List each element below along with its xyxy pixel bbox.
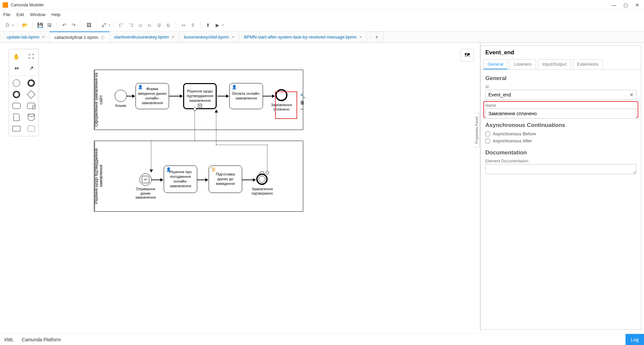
name-input[interactable]	[485, 109, 636, 119]
status-platform[interactable]: Camunda Platform	[22, 337, 61, 342]
sequence-flow[interactable]	[169, 96, 182, 96]
sequence-flow[interactable]	[217, 96, 229, 96]
close-button[interactable]: ✕	[635, 2, 639, 8]
start-event-1[interactable]	[115, 90, 127, 102]
user-icon: 👤	[138, 85, 143, 89]
image-button[interactable]: 🖼	[85, 21, 93, 29]
sequence-flow[interactable]	[127, 96, 135, 96]
maximize-button[interactable]: ▢	[624, 2, 628, 8]
wrench-icon[interactable]: 🔧	[300, 93, 306, 98]
pool-2-label: Рішення щодо підтвердження замовлення	[95, 141, 103, 211]
tab-3[interactable]: bussineskeychild.bpmn×	[179, 32, 239, 42]
deploy-button[interactable]: ⬆	[204, 21, 212, 29]
subprocess-marker-icon: +	[198, 104, 202, 108]
connect-icon[interactable]: ⤳	[300, 107, 306, 112]
checkbox[interactable]	[485, 132, 490, 136]
id-input[interactable]	[485, 90, 636, 100]
props-tab-listeners[interactable]: Listeners	[509, 59, 536, 69]
status-bar: XML Camunda Platform Log	[0, 334, 644, 345]
tab-close-icon[interactable]: ×	[42, 34, 45, 40]
sequence-flow[interactable]	[197, 180, 208, 180]
menu-edit[interactable]: Edit	[16, 12, 24, 17]
app-icon	[3, 2, 8, 8]
task-label: Підготовка даних до виведення	[211, 172, 240, 186]
align-right-button[interactable]: ⫏	[136, 21, 144, 29]
pool-1[interactable]: Оформлення замовлення на сайті Кошик 👤 Ф…	[94, 70, 303, 130]
new-tab-button[interactable]: +	[370, 32, 383, 42]
tab-label: starteventbussineskey.bpmn	[114, 34, 169, 40]
props-section-async: Asynchronous Continuations	[485, 122, 636, 129]
unsaved-icon	[101, 36, 104, 39]
message-flow[interactable]	[195, 109, 195, 141]
tab-2[interactable]: starteventbussineskey.bpmn×	[109, 32, 179, 42]
tab-close-icon[interactable]: ×	[172, 34, 174, 40]
message-flow[interactable]	[267, 145, 267, 173]
run-button[interactable]: ▶▾	[213, 21, 224, 29]
end-event-2[interactable]	[256, 174, 268, 185]
dist-h-button[interactable]: ⇿	[179, 21, 187, 29]
async-before-checkbox[interactable]: Asynchronous Before	[485, 131, 636, 136]
menu-file[interactable]: File	[3, 12, 10, 17]
sequence-flow[interactable]	[263, 96, 275, 96]
message-flow	[151, 141, 195, 141]
doc-textarea[interactable]	[485, 164, 636, 174]
undo-button[interactable]: ↶	[60, 21, 68, 29]
align-left-button[interactable]: ⫍	[117, 21, 125, 29]
new-file-button[interactable]: 🗋▾	[3, 21, 14, 29]
start-event-2[interactable]: ✉	[140, 174, 152, 186]
align-bottom-button[interactable]: ⫒	[164, 21, 172, 29]
status-xml[interactable]: XML	[4, 337, 14, 342]
user-task-1[interactable]: 👤 Форма введення даних онлайн-замовлення	[136, 83, 169, 109]
selection-highlight	[275, 91, 297, 119]
user-task-2[interactable]: 👤 Оплата онлайн-замовлення	[229, 83, 263, 109]
menu-bar: File Edit Window Help	[0, 10, 644, 19]
pool-2[interactable]: Рішення щодо підтвердження замовлення ✉ …	[94, 141, 303, 212]
align-top-button[interactable]: ⫐	[146, 21, 154, 29]
tab-close-icon[interactable]: ×	[359, 34, 362, 40]
props-tab-general[interactable]: General	[483, 59, 507, 69]
dist-v-button[interactable]: ⇳	[189, 21, 197, 29]
task-label: Рішення щодо підтвердження замовлення	[186, 89, 214, 103]
log-button[interactable]: Log	[626, 334, 644, 345]
redo-button[interactable]: ↷	[70, 21, 78, 29]
tab-1[interactable]: callactivityfinal-1.bpmn	[50, 31, 109, 43]
id-label: Id	[485, 84, 636, 89]
window-title: Camunda Modeler	[11, 3, 611, 7]
file-tabs: update-lab.bpmn× callactivityfinal-1.bpm…	[0, 31, 644, 43]
align-center-button[interactable]: ⫎	[127, 21, 135, 29]
menu-window[interactable]: Window	[30, 12, 45, 17]
name-label: Name	[485, 103, 636, 108]
script-task[interactable]: 📜 Підготовка даних до виведення	[209, 165, 242, 193]
script-icon: 📜	[211, 167, 216, 172]
align-middle-button[interactable]: ⫑	[155, 21, 163, 29]
minimize-button[interactable]: —	[611, 2, 616, 8]
async-after-checkbox[interactable]: Asynchronous After	[485, 138, 636, 143]
props-tab-io[interactable]: Input/Output	[538, 59, 571, 69]
sequence-flow[interactable]	[242, 180, 256, 180]
user-task-3[interactable]: 👤 Рішення про погодження онлайн-замовлен…	[164, 165, 197, 193]
call-activity[interactable]: Рішення щодо підтвердження замовлення +	[183, 83, 217, 109]
end-event-2-label: Замовлення підтвержено	[249, 187, 276, 195]
sequence-flow[interactable]	[152, 180, 163, 180]
tab-4[interactable]: BPMN-start-after-system-task-by-received…	[239, 32, 367, 42]
highlight-button[interactable]: 🖍▾	[100, 21, 110, 29]
message-flow	[216, 145, 268, 145]
save-button[interactable]: 💾	[36, 21, 44, 29]
open-button[interactable]: 📂	[21, 21, 29, 29]
menu-help[interactable]: Help	[52, 12, 61, 17]
message-flow	[216, 110, 216, 145]
tab-0[interactable]: update-lab.bpmn×	[2, 32, 50, 42]
save-as-button[interactable]: 🖫	[45, 21, 53, 29]
tab-close-icon[interactable]: ×	[232, 34, 234, 40]
properties-panel: Properties Panel Event_end General Liste…	[480, 46, 641, 330]
properties-panel-handle[interactable]: Properties Panel	[474, 113, 480, 147]
checkbox[interactable]	[485, 139, 490, 143]
toolbar: 🗋▾ 📂 💾 🖫 ↶ ↷ 🖼 🖍▾ ⫍ ⫎ ⫏ ⫐ ⫑ ⫒ ⇿ ⇳ ⬆ ▶▾	[0, 19, 644, 31]
message-flow	[151, 141, 151, 172]
trash-icon[interactable]: 🗑	[300, 100, 306, 105]
task-label: Рішення про погодження онлайн-замовлення	[166, 170, 195, 188]
clear-icon[interactable]: ✕	[630, 92, 634, 97]
tab-label: bussineskeychild.bpmn	[184, 34, 229, 40]
diagram-canvas[interactable]: Оформлення замовлення на сайті Кошик 👤 Ф…	[0, 43, 480, 332]
props-tab-extensions[interactable]: Extensions	[573, 59, 603, 69]
